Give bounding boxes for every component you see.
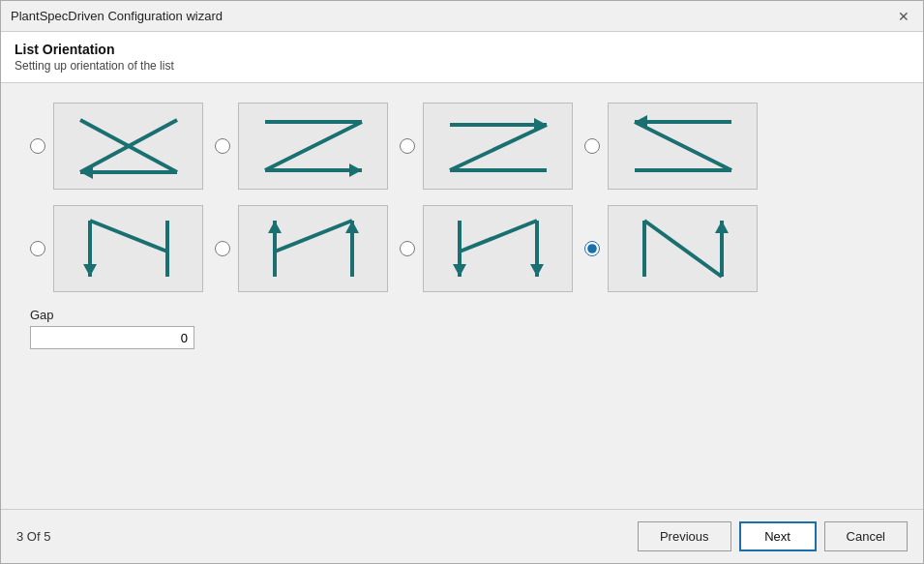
option-group-2 <box>215 103 388 190</box>
orientation-icon-3 <box>435 110 561 182</box>
orientation-card-2[interactable] <box>238 103 388 190</box>
option-group-4 <box>584 103 758 190</box>
svg-marker-7 <box>349 163 362 177</box>
previous-button[interactable]: Previous <box>638 521 731 551</box>
radio-opt2[interactable] <box>215 138 230 154</box>
orientation-icon-1 <box>66 110 192 182</box>
header-section: List Orientation Setting up orientation … <box>1 32 923 83</box>
svg-line-27 <box>460 221 537 252</box>
radio-opt4[interactable] <box>584 138 600 154</box>
svg-line-17 <box>90 221 167 252</box>
section-title: List Orientation <box>15 42 909 57</box>
radio-opt3[interactable] <box>400 138 415 154</box>
svg-marker-19 <box>83 264 97 277</box>
radio-opt7[interactable] <box>400 241 415 256</box>
radio-opt5[interactable] <box>30 241 45 256</box>
orientation-card-6[interactable] <box>238 205 388 292</box>
radio-opt6[interactable] <box>215 241 230 256</box>
cancel-button[interactable]: Cancel <box>824 521 908 551</box>
svg-line-5 <box>265 122 362 170</box>
orientation-icon-8 <box>620 213 746 284</box>
orientation-row-2 <box>30 205 894 292</box>
option-group-1 <box>30 103 203 190</box>
footer-buttons: Previous Next Cancel <box>638 521 908 551</box>
option-group-7 <box>400 205 573 292</box>
gap-section: Gap <box>30 308 894 349</box>
option-group-6 <box>215 205 388 292</box>
svg-marker-21 <box>268 221 282 233</box>
option-group-8 <box>584 205 758 292</box>
orientation-card-3[interactable] <box>423 103 573 190</box>
option-group-5 <box>30 205 203 292</box>
svg-line-31 <box>644 221 722 277</box>
orientation-card-8[interactable] <box>608 205 758 292</box>
orientation-row-1 <box>30 103 894 190</box>
orientation-card-5[interactable] <box>53 205 203 292</box>
close-button[interactable]: ✕ <box>894 7 913 26</box>
orientation-icon-4 <box>620 110 746 182</box>
orientation-grid <box>30 103 894 292</box>
orientation-card-4[interactable] <box>608 103 758 190</box>
footer: 3 Of 5 Previous Next Cancel <box>1 509 923 563</box>
wizard-window: PlantSpecDriven Configuration wizard ✕ L… <box>0 0 924 564</box>
svg-line-22 <box>275 221 352 252</box>
window-title: PlantSpecDriven Configuration wizard <box>11 9 223 23</box>
option-group-3 <box>400 103 573 190</box>
radio-opt8[interactable] <box>584 241 600 256</box>
next-button[interactable]: Next <box>739 521 817 551</box>
orientation-card-7[interactable] <box>423 205 573 292</box>
svg-line-14 <box>635 122 731 170</box>
orientation-icon-7 <box>435 213 561 284</box>
svg-marker-26 <box>453 264 466 277</box>
svg-line-10 <box>450 125 547 170</box>
page-indicator: 3 Of 5 <box>16 529 50 544</box>
section-subtitle: Setting up orientation of the list <box>15 59 909 73</box>
orientation-card-1[interactable] <box>53 103 203 190</box>
orientation-icon-5 <box>66 213 192 284</box>
svg-marker-29 <box>530 264 544 277</box>
gap-label: Gap <box>30 308 894 322</box>
orientation-icon-2 <box>251 110 376 182</box>
svg-marker-33 <box>715 221 729 233</box>
title-bar: PlantSpecDriven Configuration wizard ✕ <box>1 1 923 32</box>
orientation-icon-6 <box>251 213 376 284</box>
radio-opt1[interactable] <box>30 138 45 154</box>
gap-input[interactable] <box>30 326 194 349</box>
content-area: Gap <box>1 83 923 509</box>
